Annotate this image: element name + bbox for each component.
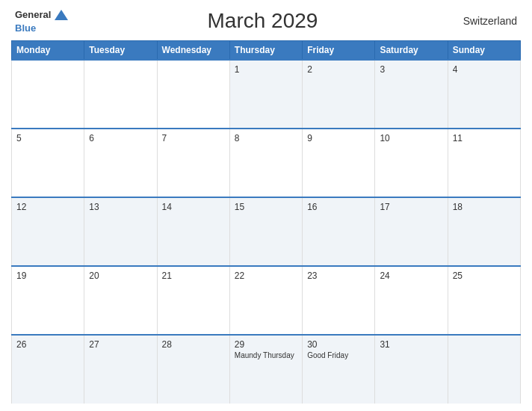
calendar-day-cell: 13 [84, 197, 157, 266]
logo-flag-icon [55, 10, 68, 20]
logo-blue: Blue [15, 22, 36, 34]
calendar-day-cell: 3 [375, 60, 448, 129]
header-thursday: Thursday [229, 41, 302, 61]
header-wednesday: Wednesday [157, 41, 229, 61]
calendar-day-cell: 27 [84, 335, 157, 404]
day-number: 2 [307, 64, 370, 75]
calendar-day-cell [84, 60, 157, 129]
day-number: 5 [16, 133, 79, 143]
calendar-week-row: 26272829Maundy Thursday30Good Friday31 [12, 335, 521, 404]
calendar-week-row: 19202122232425 [12, 266, 521, 335]
calendar-title: March 2029 [68, 9, 457, 33]
svg-marker-0 [55, 10, 68, 20]
calendar-day-cell: 21 [157, 266, 229, 335]
day-number: 11 [453, 133, 516, 143]
day-number: 24 [380, 271, 442, 281]
calendar-day-cell: 17 [375, 197, 448, 266]
day-number: 12 [16, 202, 79, 212]
calendar-day-cell: 31 [375, 335, 448, 404]
day-number: 1 [235, 64, 297, 75]
calendar-week-row: 567891011 [12, 129, 521, 197]
day-number: 13 [89, 202, 152, 212]
header-saturday: Saturday [375, 41, 448, 61]
day-number: 21 [162, 271, 225, 281]
header-monday: Monday [12, 41, 84, 61]
calendar-day-cell: 9 [303, 129, 375, 197]
logo: General Blue [15, 7, 68, 34]
country-label: Switzerland [457, 15, 517, 27]
calendar-day-cell: 14 [157, 197, 229, 266]
header-sunday: Sunday [448, 41, 520, 61]
calendar-day-cell: 11 [448, 129, 520, 197]
day-number: 23 [307, 271, 370, 281]
day-number: 18 [453, 202, 516, 212]
day-event-label: Maundy Thursday [235, 351, 297, 359]
day-number: 9 [307, 133, 370, 143]
calendar-day-cell: 28 [157, 335, 229, 404]
header-tuesday: Tuesday [84, 41, 157, 61]
calendar-day-cell [12, 60, 84, 129]
calendar-table: Monday Tuesday Wednesday Thursday Friday… [11, 40, 521, 404]
day-number: 30 [307, 339, 370, 350]
day-number: 15 [235, 202, 297, 212]
calendar-day-cell: 12 [12, 197, 84, 266]
logo-general: General [15, 9, 51, 20]
day-number: 8 [235, 133, 297, 143]
day-number: 25 [453, 271, 516, 281]
calendar-day-cell: 29Maundy Thursday [229, 335, 302, 404]
calendar-day-cell: 8 [229, 129, 302, 197]
calendar-page: General Blue March 2029 Switzerland Mond… [0, 0, 532, 411]
day-number: 16 [307, 202, 370, 212]
day-number: 27 [89, 339, 152, 350]
calendar-day-cell: 16 [303, 197, 375, 266]
calendar-day-cell: 1 [229, 60, 302, 129]
day-number: 6 [89, 133, 152, 143]
calendar-day-cell: 24 [375, 266, 448, 335]
calendar-week-row: 12131415161718 [12, 197, 521, 266]
calendar-day-cell: 19 [12, 266, 84, 335]
day-number: 10 [380, 133, 442, 143]
calendar-week-row: 1234 [12, 60, 521, 129]
calendar-day-cell: 6 [84, 129, 157, 197]
calendar-day-cell: 20 [84, 266, 157, 335]
day-number: 28 [162, 339, 225, 350]
calendar-day-cell: 26 [12, 335, 84, 404]
day-number: 26 [16, 339, 79, 350]
calendar-day-cell: 15 [229, 197, 302, 266]
day-number: 14 [162, 202, 225, 212]
weekday-header-row: Monday Tuesday Wednesday Thursday Friday… [12, 41, 521, 61]
calendar-day-cell: 4 [448, 60, 520, 129]
calendar-day-cell: 18 [448, 197, 520, 266]
calendar-day-cell: 30Good Friday [303, 335, 375, 404]
day-number: 7 [162, 133, 225, 143]
logo-text: General Blue [15, 7, 68, 34]
calendar-day-cell: 2 [303, 60, 375, 129]
day-number: 4 [453, 64, 516, 75]
calendar-day-cell: 10 [375, 129, 448, 197]
calendar-header: General Blue March 2029 Switzerland [11, 7, 521, 34]
day-event-label: Good Friday [307, 351, 370, 359]
calendar-day-cell: 25 [448, 266, 520, 335]
day-number: 3 [380, 64, 442, 75]
calendar-day-cell [157, 60, 229, 129]
day-number: 31 [380, 339, 442, 350]
calendar-day-cell [448, 335, 520, 404]
calendar-day-cell: 22 [229, 266, 302, 335]
day-number: 29 [235, 339, 297, 350]
day-number: 19 [16, 271, 79, 281]
calendar-day-cell: 23 [303, 266, 375, 335]
day-number: 17 [380, 202, 442, 212]
header-friday: Friday [303, 41, 375, 61]
calendar-day-cell: 7 [157, 129, 229, 197]
day-number: 20 [89, 271, 152, 281]
day-number: 22 [235, 271, 297, 281]
calendar-day-cell: 5 [12, 129, 84, 197]
